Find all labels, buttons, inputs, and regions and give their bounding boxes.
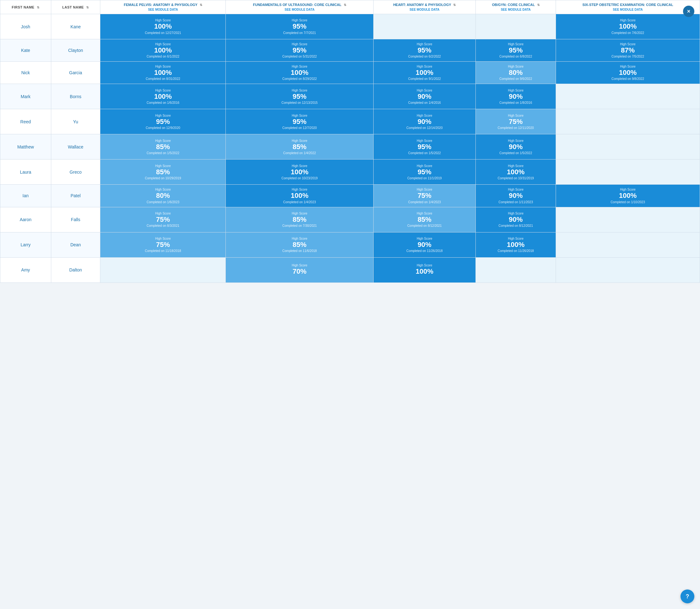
col2-score-cell: High Score85%Completed on 1/4/2022	[226, 134, 373, 159]
last-name-cell[interactable]: Dean	[51, 232, 100, 257]
col2-sort-icon[interactable]: ⇅	[344, 3, 346, 6]
col4-score-cell: High Score90%Completed on 1/5/2022	[476, 134, 556, 159]
last-name-cell[interactable]: Greco	[51, 159, 100, 185]
table-row: IanPatelHigh Score80%Completed on 1/6/20…	[0, 185, 700, 207]
completion-date: Completed on 7/7/2021	[228, 31, 371, 35]
col3-module-link[interactable]: SEE MODULE DATA	[377, 8, 473, 11]
col1-score-cell: High Score75%Completed on 8/3/2021	[100, 207, 226, 232]
first-name-cell[interactable]: Ian	[0, 185, 51, 207]
first-name-cell[interactable]: Aaron	[0, 207, 51, 232]
high-score-label: High Score	[478, 65, 554, 68]
completion-date: Completed on 1/4/2016	[375, 101, 474, 104]
completion-date: Completed on 8/3/2021	[102, 224, 223, 227]
completion-date: Completed on 8/12/2021	[478, 224, 554, 227]
completion-date: Completed on 7/30/2021	[228, 224, 371, 227]
col5-score-cell: High Score100%Completed on 9/8/2022	[556, 62, 700, 84]
score-value: 75%	[478, 118, 554, 125]
high-score-label: High Score	[558, 188, 698, 191]
completion-date: Completed on 10/29/2019	[102, 176, 223, 180]
first-name-cell[interactable]: Nick	[0, 62, 51, 84]
first-name-sort-icon[interactable]: ⇅	[37, 6, 40, 9]
completion-date: Completed on 12/13/2015	[228, 101, 371, 104]
first-name-cell[interactable]: Amy	[0, 257, 51, 282]
table-row: AaronFallsHigh Score75%Completed on 8/3/…	[0, 207, 700, 232]
last-name-cell[interactable]: Falls	[51, 207, 100, 232]
table-row: JoshKaneHigh Score100%Completed on 12/27…	[0, 14, 700, 39]
score-value: 85%	[228, 216, 371, 223]
col3-score-cell: High Score100%Completed on 9/1/2022	[373, 62, 476, 84]
high-score-label: High Score	[228, 65, 371, 68]
last-name-cell[interactable]: Yu	[51, 109, 100, 134]
col1-score-cell: High Score100%Completed on 1/6/2016	[100, 84, 226, 109]
close-button[interactable]: ×	[683, 6, 694, 17]
completion-date: Completed on 12/14/2020	[375, 126, 474, 129]
first-name-cell[interactable]: Reed	[0, 109, 51, 134]
high-score-label: High Score	[478, 114, 554, 117]
first-name-cell[interactable]: Matthew	[0, 134, 51, 159]
high-score-label: High Score	[228, 114, 371, 117]
completion-date: Completed on 1/6/2023	[102, 201, 223, 204]
completion-date: Completed on 11/6/2018	[228, 249, 371, 253]
col1-score-cell: High Score80%Completed on 1/6/2023	[100, 185, 226, 207]
completion-date: Completed on 8/12/2021	[375, 224, 474, 227]
last-name-cell[interactable]: Dalton	[51, 257, 100, 282]
col2-score-cell: High Score95%Completed on 12/7/2020	[226, 109, 373, 134]
high-score-label: High Score	[558, 42, 698, 46]
score-value: 100%	[228, 192, 371, 199]
high-score-label: High Score	[102, 89, 223, 92]
completion-date: Completed on 6/1/2022	[102, 55, 223, 58]
col5-empty-cell	[556, 84, 700, 109]
completion-date: Completed on 11/26/2018	[478, 249, 554, 253]
high-score-label: High Score	[102, 114, 223, 117]
col3-score-cell: High Score100%	[373, 257, 476, 282]
col1-score-cell: High Score100%Completed on 8/31/2022	[100, 62, 226, 84]
high-score-label: High Score	[558, 19, 698, 22]
col1-header: FEMALE PELVIS: ANATOMY & PHYSIOLOGY ⇅ SE…	[100, 0, 226, 14]
score-value: 95%	[375, 47, 474, 54]
last-name-sort-icon[interactable]: ⇅	[86, 6, 89, 9]
first-name-cell[interactable]: Mark	[0, 84, 51, 109]
first-name-cell[interactable]: Josh	[0, 14, 51, 39]
col1-sort-icon[interactable]: ⇅	[200, 3, 202, 6]
last-name-cell[interactable]: Borns	[51, 84, 100, 109]
score-value: 95%	[375, 143, 474, 151]
last-name-header[interactable]: LAST NAME ⇅	[51, 0, 100, 14]
completion-date: Completed on 10/31/2019	[478, 176, 554, 180]
col1-module-link[interactable]: SEE MODULE DATA	[104, 8, 222, 11]
score-value: 87%	[558, 47, 698, 54]
col4-sort-icon[interactable]: ⇅	[537, 3, 540, 6]
high-score-label: High Score	[228, 89, 371, 92]
last-name-cell[interactable]: Wallace	[51, 134, 100, 159]
completion-date: Completed on 12/7/2020	[228, 126, 371, 129]
first-name-cell[interactable]: Kate	[0, 39, 51, 62]
first-name-cell[interactable]: Larry	[0, 232, 51, 257]
score-value: 95%	[375, 168, 474, 176]
last-name-cell[interactable]: Garcia	[51, 62, 100, 84]
col3-sort-icon[interactable]: ⇅	[453, 3, 456, 6]
col2-score-cell: High Score100%Completed on 8/29/2022	[226, 62, 373, 84]
score-value: 75%	[102, 241, 223, 248]
completion-date: Completed on 12/9/2020	[102, 126, 223, 129]
score-value: 100%	[228, 69, 371, 76]
completion-date: Completed on 9/1/2022	[375, 77, 474, 81]
col4-score-cell: High Score90%Completed on 8/12/2021	[476, 207, 556, 232]
first-name-cell[interactable]: Laura	[0, 159, 51, 185]
col4-module-link[interactable]: SEE MODULE DATA	[479, 8, 553, 11]
score-value: 100%	[102, 69, 223, 76]
col2-module-link[interactable]: SEE MODULE DATA	[229, 8, 370, 11]
completion-date: Completed on 1/5/2022	[375, 151, 474, 155]
col2-score-cell: High Score95%Completed on 12/13/2015	[226, 84, 373, 109]
last-name-cell[interactable]: Patel	[51, 185, 100, 207]
col5-module-link[interactable]: SEE MODULE DATA	[559, 8, 697, 11]
col2-score-cell: High Score100%Completed on 1/4/2023	[226, 185, 373, 207]
last-name-cell[interactable]: Kane	[51, 14, 100, 39]
table-row: MatthewWallaceHigh Score85%Completed on …	[0, 134, 700, 159]
high-score-label: High Score	[228, 264, 371, 267]
score-value: 100%	[102, 93, 223, 100]
table-row: MarkBornsHigh Score100%Completed on 1/6/…	[0, 84, 700, 109]
high-score-label: High Score	[102, 212, 223, 215]
col4-score-cell: High Score80%Completed on 9/6/2022	[476, 62, 556, 84]
col5-score-cell: High Score100%Completed on 7/6/2022	[556, 14, 700, 39]
last-name-cell[interactable]: Clayton	[51, 39, 100, 62]
first-name-header[interactable]: FIRST NAME ⇅	[0, 0, 51, 14]
